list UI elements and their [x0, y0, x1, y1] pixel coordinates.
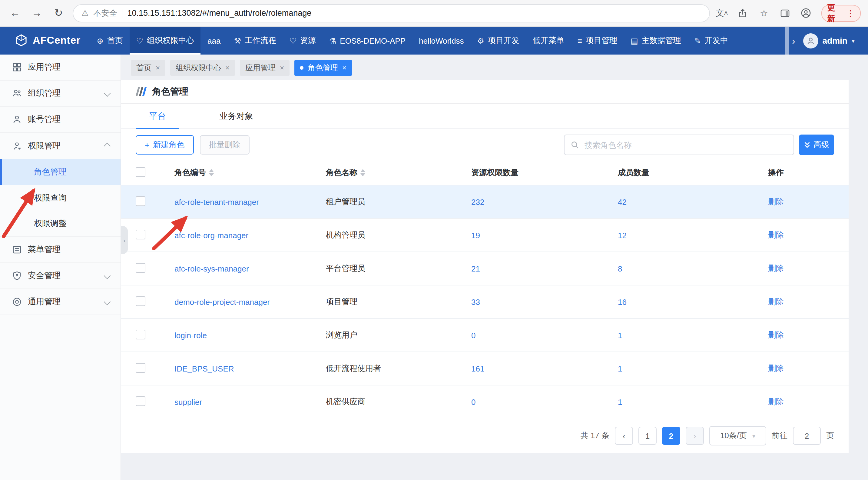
delete-link[interactable]: 删除 — [768, 263, 834, 274]
nav-item-resources[interactable]: ♡ 资源 — [283, 27, 322, 55]
column-header-role-id[interactable]: 角色编号 — [175, 167, 326, 178]
nav-item-helloworldss[interactable]: helloWorldss — [412, 27, 470, 55]
prev-page-button[interactable]: ‹ — [615, 427, 633, 445]
nav-item-lowcode-menu[interactable]: 低开菜单 — [526, 27, 571, 55]
sidebar-item-general-mgmt[interactable]: 通用管理 — [0, 289, 121, 315]
nav-item-aaa[interactable]: aaa — [201, 27, 227, 55]
browser-menu-kebab-icon[interactable]: ⋮ — [846, 8, 855, 18]
resource-count-link[interactable]: 19 — [471, 231, 618, 240]
brand[interactable]: AFCenter — [0, 27, 90, 55]
resource-count-link[interactable]: 161 — [471, 364, 618, 373]
delete-link[interactable]: 删除 — [768, 396, 834, 407]
sidebar-item-org-mgmt[interactable]: 组织管理 — [0, 81, 121, 107]
table-row[interactable]: afc-role-org-manager 机构管理员 19 12 删除 — [121, 218, 848, 251]
sidebar-item-security-mgmt[interactable]: 安全管理 — [0, 263, 121, 289]
resource-count-link[interactable]: 21 — [471, 264, 618, 273]
row-checkbox[interactable] — [136, 329, 145, 339]
member-count-link[interactable]: 12 — [618, 231, 768, 240]
new-role-button[interactable]: + 新建角色 — [136, 135, 193, 154]
address-bar[interactable]: ⚠ 不安全 10.15.15.151:13082/#/menu_auth/rol… — [72, 4, 710, 22]
member-count-link[interactable]: 16 — [618, 297, 768, 306]
nav-item-project-dev[interactable]: ⚙ 项目开发 — [470, 27, 526, 55]
role-id-link[interactable]: IDE_BPS_USER — [175, 364, 326, 373]
close-icon[interactable]: × — [342, 64, 346, 72]
row-checkbox[interactable] — [136, 363, 145, 372]
tab-platform[interactable]: 平台 — [136, 103, 179, 129]
tab-business-objects[interactable]: 业务对象 — [206, 103, 267, 129]
split-view-icon[interactable] — [779, 7, 791, 19]
sort-icon[interactable] — [209, 169, 214, 176]
nav-item-org-auth-center[interactable]: ♡ 组织权限中心 — [130, 27, 201, 55]
resource-count-link[interactable]: 33 — [471, 297, 618, 306]
delete-link[interactable]: 删除 — [768, 197, 834, 207]
sidebar-item-role-mgmt[interactable]: 角色管理 — [0, 159, 121, 185]
browser-update-button[interactable]: 更新 ⋮ — [821, 4, 861, 22]
advanced-button[interactable]: 高级 — [799, 134, 834, 155]
browser-reload-icon[interactable]: ↻ — [51, 5, 66, 21]
tab-chip-home[interactable]: 首页× — [131, 60, 165, 76]
nav-item-in-development[interactable]: ✎ 开发中 — [688, 27, 735, 55]
resource-count-link[interactable]: 0 — [471, 397, 618, 407]
member-count-link[interactable]: 1 — [618, 331, 768, 340]
next-page-button[interactable]: › — [686, 427, 704, 445]
table-row[interactable]: login-role 浏览用户 0 1 删除 — [121, 318, 848, 352]
bookmark-star-icon[interactable]: ☆ — [758, 7, 770, 19]
delete-link[interactable]: 删除 — [768, 230, 834, 241]
delete-link[interactable]: 删除 — [768, 330, 834, 340]
sidebar-collapse-handle[interactable]: ‹ — [121, 226, 128, 254]
share-icon[interactable] — [737, 7, 749, 19]
role-id-link[interactable]: afc-role-sys-manager — [175, 264, 326, 273]
sidebar-item-permission-query[interactable]: 权限查询 — [0, 185, 121, 211]
role-id-link[interactable]: supplier — [175, 397, 326, 407]
nav-item-workflow[interactable]: ⚒ 工作流程 — [227, 27, 283, 55]
translate-icon[interactable]: 文A — [716, 7, 728, 19]
tab-chip-role-mgmt[interactable]: 角色管理× — [294, 60, 352, 76]
member-count-link[interactable]: 1 — [618, 364, 768, 373]
close-icon[interactable]: × — [280, 64, 284, 72]
nav-scroll-right-icon[interactable]: › — [789, 35, 798, 46]
batch-delete-button[interactable]: 批量删除 — [199, 135, 249, 154]
table-row[interactable]: supplier 机密供应商 0 1 删除 — [121, 385, 848, 418]
browser-forward-icon[interactable]: → — [29, 5, 45, 21]
table-row[interactable]: demo-role-project-manager 项目管理 33 16 删除 — [121, 285, 848, 318]
sort-icon[interactable] — [361, 169, 365, 176]
search-input[interactable] — [583, 140, 787, 150]
page-button-2[interactable]: 2 — [662, 427, 680, 445]
row-checkbox[interactable] — [136, 396, 145, 406]
member-count-link[interactable]: 1 — [618, 397, 768, 407]
nav-scrollbar[interactable] — [785, 27, 789, 55]
row-checkbox[interactable] — [136, 230, 145, 239]
nav-item-eos8-demo-app[interactable]: ⚗ EOS8-DEMO-APP — [322, 27, 412, 55]
browser-back-icon[interactable]: ← — [7, 5, 23, 21]
resource-count-link[interactable]: 232 — [471, 197, 618, 206]
profile-icon[interactable] — [800, 7, 812, 19]
delete-link[interactable]: 删除 — [768, 363, 834, 374]
nav-item-master-data[interactable]: ▤ 主数据管理 — [624, 27, 688, 55]
role-id-link[interactable]: afc-role-tenant-manager — [175, 197, 326, 206]
sidebar-item-app-mgmt[interactable]: 应用管理 — [0, 55, 121, 81]
role-id-link[interactable]: demo-role-project-manager — [175, 297, 326, 306]
table-row[interactable]: afc-role-sys-manager 平台管理员 21 8 删除 — [121, 251, 848, 285]
sidebar-item-permission-mgmt[interactable]: 权限管理 — [0, 133, 121, 159]
table-row[interactable]: afc-role-tenant-manager 租户管理员 232 42 删除 — [121, 185, 848, 218]
select-all-checkbox[interactable] — [136, 167, 145, 177]
row-checkbox[interactable] — [136, 263, 145, 272]
page-size-select[interactable]: 10条/页 ▾ — [709, 426, 766, 446]
row-checkbox[interactable] — [136, 296, 145, 306]
row-checkbox[interactable] — [136, 196, 145, 206]
sidebar-item-account-mgmt[interactable]: 账号管理 — [0, 107, 121, 133]
sidebar-item-permission-adjust[interactable]: 权限调整 — [0, 211, 121, 237]
role-id-link[interactable]: afc-role-org-manager — [175, 231, 326, 240]
user-menu[interactable]: admin ▾ — [798, 27, 868, 55]
tab-chip-org-auth-center[interactable]: 组织权限中心× — [170, 60, 235, 76]
delete-link[interactable]: 删除 — [768, 296, 834, 307]
sidebar-item-menu-mgmt[interactable]: 菜单管理 — [0, 237, 121, 263]
member-count-link[interactable]: 42 — [618, 197, 768, 206]
page-button-1[interactable]: 1 — [639, 427, 657, 445]
resource-count-link[interactable]: 0 — [471, 331, 618, 340]
close-icon[interactable]: × — [156, 64, 160, 72]
member-count-link[interactable]: 8 — [618, 264, 768, 273]
table-row[interactable]: IDE_BPS_USER 低开流程使用者 161 1 删除 — [121, 352, 848, 385]
nav-item-home[interactable]: ⊕ 首页 — [90, 27, 130, 55]
role-id-link[interactable]: login-role — [175, 331, 326, 340]
